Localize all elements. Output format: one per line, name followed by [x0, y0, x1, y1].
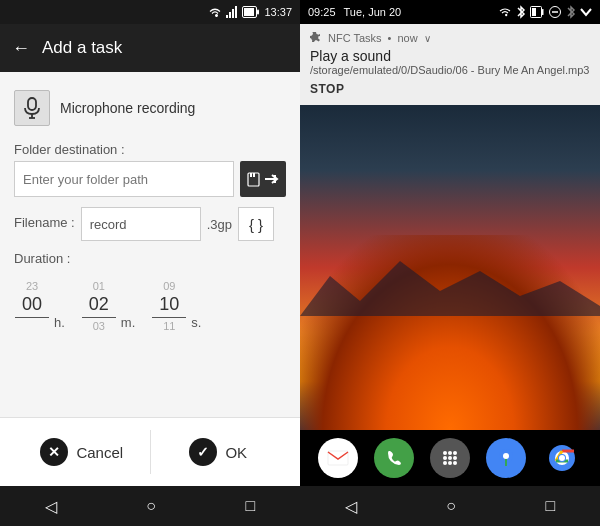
bt-off-icon — [566, 5, 576, 19]
filename-row: Filename : .3gp { } — [14, 207, 286, 241]
content-area: Microphone recording Folder destination … — [0, 72, 300, 417]
seconds-below: 11 — [163, 318, 175, 334]
all-apps-icon[interactable] — [430, 438, 470, 478]
filename-input[interactable] — [81, 207, 201, 241]
bluetooth-icon — [516, 5, 526, 19]
filename-section: Filename : .3gp { } — [14, 207, 286, 241]
svg-rect-12 — [253, 173, 255, 177]
seconds-unit: s. — [191, 315, 201, 334]
ok-icon: ✓ — [189, 438, 217, 466]
battery-icon-right — [530, 6, 544, 18]
svg-rect-17 — [542, 9, 544, 15]
notification-shade: NFC Tasks • now ∨ Play a sound /storage/… — [300, 24, 600, 105]
notif-expand[interactable]: ∨ — [424, 33, 431, 44]
minutes-below: 03 — [93, 318, 105, 334]
svg-rect-6 — [257, 10, 259, 15]
svg-rect-5 — [244, 8, 254, 16]
folder-section: Folder destination : — [14, 142, 286, 197]
folder-browse-button[interactable] — [240, 161, 286, 197]
signal-icons — [208, 5, 260, 19]
svg-point-29 — [448, 461, 452, 465]
filename-label: Filename : — [14, 215, 75, 230]
cancel-icon: ✕ — [40, 438, 68, 466]
folder-input[interactable] — [14, 161, 234, 197]
nav-bar-right: ◁ ○ □ — [300, 486, 600, 526]
minutes-value[interactable]: 02 — [82, 294, 116, 318]
duration-picker: 23 00 h. 01 02 03 m. 09 10 11 — [14, 274, 286, 338]
svg-point-36 — [559, 455, 565, 461]
mountain-silhouette — [300, 256, 600, 316]
maps-icon[interactable] — [486, 438, 526, 478]
back-nav-icon-right[interactable]: ◁ — [345, 497, 357, 516]
phone-icon[interactable] — [374, 438, 414, 478]
chrome-icon[interactable] — [542, 438, 582, 478]
svg-point-22 — [443, 451, 447, 455]
file-ext: .3gp — [207, 217, 232, 232]
notif-title: Play a sound — [310, 48, 590, 64]
minutes-above: 01 — [93, 278, 105, 294]
svg-point-26 — [448, 456, 452, 460]
chevron-down-icon[interactable] — [580, 7, 592, 17]
battery-icon — [242, 6, 260, 18]
seconds-col: 09 10 11 — [151, 278, 187, 334]
svg-point-32 — [503, 453, 509, 459]
svg-rect-7 — [28, 98, 36, 110]
notif-path: /storage/emulated/0/DSaudio/06 - Bury Me… — [310, 64, 590, 76]
back-nav-icon[interactable]: ◁ — [45, 497, 57, 516]
svg-rect-2 — [232, 9, 234, 18]
svg-rect-16 — [532, 8, 536, 16]
nav-bar-left: ◁ ○ □ — [0, 486, 300, 526]
mic-label: Microphone recording — [60, 100, 195, 116]
back-button[interactable]: ← — [12, 38, 30, 59]
status-bar-left: 13:37 — [0, 0, 300, 24]
hours-unit: h. — [54, 315, 65, 334]
hours-col: 23 00 — [14, 278, 50, 334]
header: ← Add a task — [0, 24, 300, 72]
minutes-col: 01 02 03 — [81, 278, 117, 334]
status-icons-right — [498, 5, 592, 19]
recents-nav-icon[interactable]: □ — [246, 497, 256, 515]
status-bar-right: 09:25 Tue, Jun 20 — [300, 0, 600, 24]
gmail-logo — [327, 450, 349, 466]
mic-icon-box — [14, 90, 50, 126]
hours-value[interactable]: 00 — [15, 294, 49, 318]
folder-row — [14, 161, 286, 197]
svg-rect-21 — [328, 451, 348, 465]
left-panel: 13:37 ← Add a task Microphone recording … — [0, 0, 300, 526]
dnd-icon — [548, 6, 562, 18]
gmail-icon[interactable] — [318, 438, 358, 478]
svg-rect-3 — [235, 6, 237, 18]
chrome-logo — [548, 444, 576, 472]
wifi-icon — [208, 5, 222, 19]
phone-logo — [385, 449, 403, 467]
status-right-left: 09:25 Tue, Jun 20 — [308, 6, 401, 18]
duration-section: Duration : 23 00 h. 01 02 03 m. — [14, 251, 286, 338]
status-time-left: 13:37 — [264, 6, 292, 18]
stop-button[interactable]: STOP — [310, 82, 344, 96]
cancel-button[interactable]: ✕ Cancel — [14, 430, 151, 474]
right-panel: 09:25 Tue, Jun 20 — [300, 0, 600, 526]
status-date: Tue, Jun 20 — [344, 6, 402, 18]
signal-icon — [225, 5, 239, 19]
svg-rect-0 — [226, 15, 228, 18]
svg-point-23 — [448, 451, 452, 455]
svg-rect-11 — [250, 173, 252, 177]
svg-point-27 — [453, 456, 457, 460]
forward-icon — [265, 174, 279, 184]
home-nav-icon-right[interactable]: ○ — [446, 497, 456, 515]
ok-button[interactable]: ✓ OK — [151, 430, 287, 474]
maps-logo — [496, 448, 516, 468]
seconds-value[interactable]: 10 — [152, 294, 186, 318]
sd-card-icon — [247, 171, 263, 187]
seconds-above: 09 — [163, 278, 175, 294]
app-dock — [300, 430, 600, 486]
variable-button[interactable]: { } — [238, 207, 274, 241]
recents-nav-icon-right[interactable]: □ — [546, 497, 556, 515]
apps-logo — [441, 449, 459, 467]
wifi-icon-right — [498, 6, 512, 18]
ok-label: OK — [225, 444, 247, 461]
cancel-label: Cancel — [76, 444, 123, 461]
home-nav-icon[interactable]: ○ — [146, 497, 156, 515]
settings-icon — [310, 32, 322, 44]
svg-point-24 — [453, 451, 457, 455]
